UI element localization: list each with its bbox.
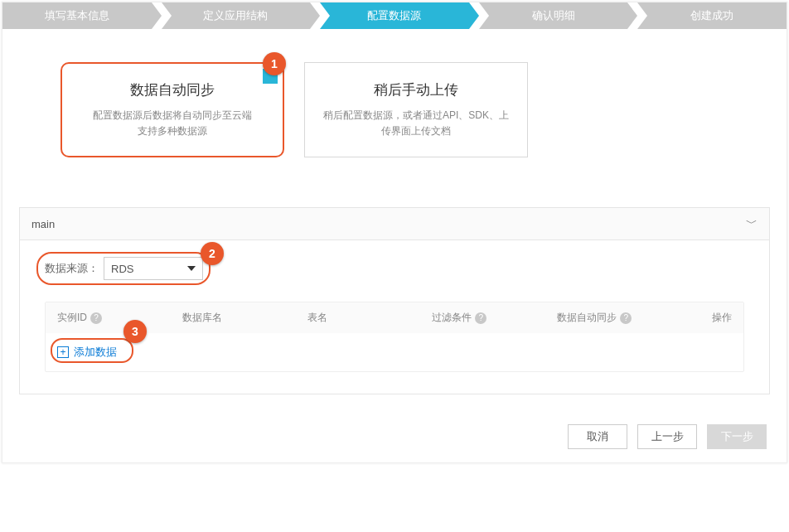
wizard-container: 填写基本信息 定义应用结构 配置数据源 确认明细 创建成功 1 数据自动同步 配… [2,2,787,463]
col-instance-id: 实例ID? [57,311,182,325]
table-header: 实例ID? 数据库名 表名 过滤条件? 数据自动同步? 操作 [46,302,743,333]
step-success[interactable]: 创建成功 [637,2,787,29]
card-title: 稍后手动上传 [374,80,458,99]
data-source-row: 2 数据来源： RDS [45,257,744,280]
add-data-button[interactable]: + 添加数据 [57,345,117,360]
data-table: 实例ID? 数据库名 表名 过滤条件? 数据自动同步? 操作 3 + 添加数据 [45,302,744,372]
step-bar: 填写基本信息 定义应用结构 配置数据源 确认明细 创建成功 [2,2,787,29]
next-button: 下一步 [707,424,767,449]
panel-header[interactable]: main ﹀ [20,208,769,240]
col-ops: 操作 [682,311,732,325]
sync-mode-cards: 1 数据自动同步 配置数据源后数据将自动同步至云端 支持多种数据源 稍后手动上传… [27,62,762,157]
col-filter: 过滤条件? [432,311,557,325]
col-auto-sync: 数据自动同步? [557,311,682,325]
annotation-badge-2: 2 [201,242,224,265]
panel-title: main [31,218,55,230]
help-icon[interactable]: ? [90,312,102,324]
help-icon[interactable]: ? [475,312,486,324]
select-value: RDS [111,263,133,275]
plus-icon: + [57,346,69,358]
step-define-structure[interactable]: 定义应用结构 [162,2,311,29]
card-desc: 配置数据源后数据将自动同步至云端 支持多种数据源 [93,108,252,139]
step-label: 确认明细 [532,8,575,23]
data-source-label: 数据来源： [45,261,99,276]
card-title: 数据自动同步 [130,80,215,99]
step-confirm[interactable]: 确认明细 [479,2,628,29]
help-icon[interactable]: ? [620,312,632,324]
step-label: 定义应用结构 [203,8,268,23]
step-label: 配置数据源 [367,8,421,23]
card-manual-upload[interactable]: 稍后手动上传 稍后配置数据源，或者通过API、SDK、上传界面上传文档 [304,62,528,157]
step-basic-info[interactable]: 填写基本信息 [2,2,152,29]
card-desc: 稍后配置数据源，或者通过API、SDK、上传界面上传文档 [322,108,511,139]
col-db-name: 数据库名 [182,311,307,325]
cancel-button[interactable]: 取消 [568,424,627,449]
card-auto-sync[interactable]: 1 数据自动同步 配置数据源后数据将自动同步至云端 支持多种数据源 [61,62,284,157]
step-label: 填写基本信息 [45,8,109,23]
annotation-badge-1: 1 [263,52,286,75]
datasource-panel: main ﹀ 2 数据来源： RDS 实例ID? 数据库名 表名 过滤条件? [19,207,770,394]
add-data-label: 添加数据 [74,345,117,360]
panel-body: 2 数据来源： RDS 实例ID? 数据库名 表名 过滤条件? 数据自动同步? … [20,240,769,394]
data-source-select[interactable]: RDS [104,257,203,280]
annotation-badge-3: 3 [123,320,147,343]
footer-actions: 取消 上一步 下一步 [2,411,787,462]
prev-button[interactable]: 上一步 [637,424,697,449]
content-area: 1 数据自动同步 配置数据源后数据将自动同步至云端 支持多种数据源 稍后手动上传… [2,29,787,182]
dropdown-triangle-icon [187,266,196,271]
col-table-name: 表名 [307,311,433,325]
step-label: 创建成功 [690,8,733,23]
add-data-row: 3 + 添加数据 [46,333,743,371]
chevron-down-icon: ﹀ [746,216,758,231]
step-configure-datasource[interactable]: 配置数据源 [320,2,469,29]
